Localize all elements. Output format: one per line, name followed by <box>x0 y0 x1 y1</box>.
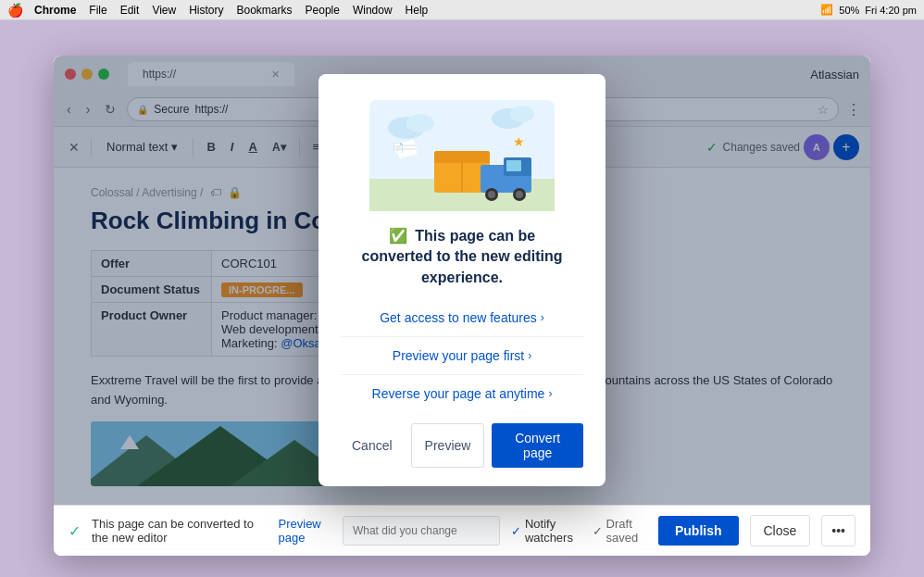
cancel-button[interactable]: Cancel <box>341 423 404 468</box>
menu-chrome[interactable]: Chrome <box>34 4 76 17</box>
conversion-modal: ★ 📄 ✅ This page can be converted to the … <box>318 74 606 486</box>
menu-window[interactable]: Window <box>353 4 393 17</box>
menu-people[interactable]: People <box>306 4 340 17</box>
clock: Fri 4:20 pm <box>865 5 917 16</box>
publish-button[interactable]: Publish <box>658 516 739 546</box>
chevron-right-icon-3: › <box>548 387 552 400</box>
menubar-right: 📶 50% Fri 4:20 pm <box>820 4 917 16</box>
modal-separator-1 <box>341 336 583 337</box>
chevron-right-icon-2: › <box>528 349 531 362</box>
preview-button[interactable]: Preview <box>411 423 485 468</box>
draft-saved-label: Draft saved <box>606 517 647 545</box>
draft-check-icon: ✓ <box>593 524 603 538</box>
menu-help[interactable]: Help <box>406 4 429 17</box>
browser-window: https:// ✕ Atlassian ‹ › ↻ 🔒 Secure http… <box>54 56 870 556</box>
preview-page-link[interactable]: Preview your page first › <box>341 341 583 370</box>
svg-rect-12 <box>506 160 521 171</box>
modal-overlay: ★ 📄 ✅ This page can be converted to the … <box>54 56 870 505</box>
close-button[interactable]: Close <box>750 515 811 546</box>
chevron-right-icon: › <box>541 311 544 324</box>
modal-buttons: Cancel Preview Convert page <box>341 423 583 468</box>
modal-title: ✅ This page can be converted to the new … <box>341 226 583 288</box>
svg-point-4 <box>510 106 534 122</box>
bottom-check-icon: ✓ <box>69 522 81 540</box>
apple-menu[interactable]: 🍎 <box>7 3 23 18</box>
bottom-bar: ✓ This page can be converted to the new … <box>54 505 870 556</box>
convert-page-button[interactable]: Convert page <box>492 423 583 468</box>
preview-page-label: Preview your page first <box>393 348 524 363</box>
notify-watchers-checkbox[interactable]: ✓ Notify watchers <box>511 517 581 545</box>
bottom-preview-link[interactable]: Preview page <box>279 517 331 545</box>
wifi-icon: 📶 <box>820 4 833 16</box>
reverse-page-link[interactable]: Reverse your page at anytime › <box>341 379 583 408</box>
get-access-label: Get access to new features <box>380 310 537 325</box>
menu-history[interactable]: History <box>189 4 223 17</box>
what-changed-input[interactable] <box>343 516 500 546</box>
svg-point-2 <box>406 114 434 132</box>
svg-point-16 <box>516 191 523 198</box>
menu-view[interactable]: View <box>152 4 176 17</box>
notify-watchers-label: Notify watchers <box>525 517 581 545</box>
more-options-button[interactable]: ••• <box>821 515 855 546</box>
draft-saved-indicator: ✓ Draft saved <box>593 517 647 545</box>
menu-edit[interactable]: Edit <box>120 4 140 17</box>
bottom-message: This page can be converted to the new ed… <box>92 517 268 545</box>
reverse-page-label: Reverse your page at anytime <box>372 386 545 401</box>
modal-check-icon: ✅ <box>389 228 407 244</box>
svg-text:📄: 📄 <box>393 142 405 154</box>
checkbox-check-icon: ✓ <box>511 524 521 538</box>
menu-bookmarks[interactable]: Bookmarks <box>237 4 293 17</box>
modal-illustration: ★ 📄 <box>369 100 555 211</box>
battery-icon: 50% <box>839 5 859 16</box>
menu-file[interactable]: File <box>89 4 106 17</box>
modal-separator-2 <box>341 374 583 375</box>
svg-point-14 <box>488 191 495 198</box>
mac-menubar: 🍎 Chrome File Edit View History Bookmark… <box>0 0 924 20</box>
svg-text:★: ★ <box>513 134 525 149</box>
get-access-link[interactable]: Get access to new features › <box>341 303 583 332</box>
